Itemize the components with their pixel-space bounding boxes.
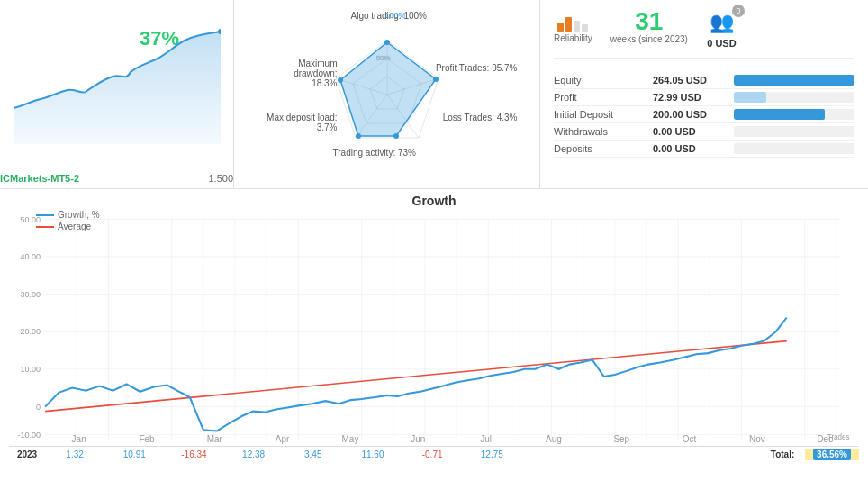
svg-line-83: [45, 341, 786, 412]
bottom-section: Growth Growth, % Average 50.00 40.00: [0, 189, 868, 490]
withdrawals-value: 0.00 USD: [653, 126, 734, 137]
growth-chart-svg: 50.00 40.00 30.00 20.00 10.00 0 -10.00: [9, 210, 859, 444]
withdrawals-row: Withdrawals 0.00 USD: [554, 123, 854, 141]
monthly-dec: [701, 449, 760, 460]
equity-bar-container: [734, 75, 854, 86]
monthly-apr: 12.38: [224, 449, 284, 460]
month-mar: Mar: [181, 434, 249, 444]
monthly-may: 3.45: [284, 449, 343, 460]
profit-bar-container: [734, 92, 854, 103]
users-icon: 👥: [710, 11, 734, 34]
total-label: Total:: [760, 449, 805, 460]
monthly-year: 2023: [9, 449, 45, 460]
leverage: 1:500: [208, 173, 233, 184]
initial-deposit-bar: [734, 109, 825, 120]
monthly-values-row: 2023 1.32 10.91 -16.34 12.38 3.45 11.60 …: [9, 446, 859, 460]
month-sep: Sep: [588, 434, 656, 444]
equity-row: Equity 264.05 USD: [554, 72, 854, 89]
reliability-header: Reliability 31 weeks (since 2023) 👥 0 0 …: [554, 9, 854, 59]
month-may: May: [316, 434, 384, 444]
broker-name: ICMarkets-MT5-2: [0, 173, 79, 184]
radar-chart: Algo trading: 100% 100% Profit Trades: 9…: [252, 9, 522, 180]
stats-panel: Reliability 31 weeks (since 2023) 👥 0 0 …: [540, 0, 868, 188]
rel-bar-4: [582, 24, 588, 32]
month-aug: Aug: [520, 434, 587, 444]
month-jun: Jun: [384, 434, 452, 444]
rel-bar-3: [574, 21, 580, 32]
weeks-label: weeks (since 2023): [610, 34, 688, 44]
stats-table: Equity 264.05 USD Profit 72.99 USD Initi…: [554, 72, 854, 158]
profit-row: Profit 72.99 USD: [554, 89, 854, 106]
monthly-jan: 1.32: [45, 449, 104, 460]
rel-bar-1: [557, 23, 564, 32]
svg-point-14: [356, 133, 361, 139]
month-apr: Apr: [249, 434, 316, 444]
growth-legend: Growth, %: [36, 210, 100, 220]
chart-legends: Growth, % Average: [36, 210, 100, 231]
deposits-bar-container: [734, 143, 854, 154]
users-usd: 0 USD: [707, 38, 736, 49]
users-block: 👥 0 0 USD: [706, 9, 737, 49]
growth-legend-dot: [36, 214, 54, 216]
initial-deposit-label: Initial Deposit: [554, 109, 653, 120]
monthly-oct: [582, 449, 641, 460]
svg-text:20.00: 20.00: [21, 327, 41, 336]
month-labels: Jan Feb Mar Apr May Jun Jul Aug Sep Oct …: [45, 434, 859, 444]
month-feb: Feb: [113, 434, 180, 444]
profit-value: 72.99 USD: [653, 92, 734, 103]
month-oct: Oct: [656, 434, 723, 444]
month-jan: Jan: [45, 434, 113, 444]
profit-label: Profit: [554, 92, 653, 103]
reliability-bars: [557, 9, 588, 32]
broker-info: ICMarkets-MT5-2 1:500: [0, 173, 233, 184]
month-dec: Dec: [791, 434, 859, 444]
equity-value: 264.05 USD: [653, 75, 734, 86]
svg-marker-10: [340, 42, 436, 136]
withdrawals-bar-container: [734, 126, 854, 137]
radar-panel: Algo trading: 100% 100% Profit Trades: 9…: [234, 0, 540, 188]
profit-bar: [734, 92, 766, 103]
weeks-number: 31: [635, 9, 663, 34]
growth-chart-area: Growth, % Average 50.00 40.00 30.00 20.0…: [9, 210, 859, 444]
initial-deposit-bar-container: [734, 109, 854, 120]
monthly-jul: -0.71: [402, 449, 462, 460]
monthly-nov: [641, 449, 701, 460]
svg-text:40.00: 40.00: [21, 252, 41, 261]
svg-text:0: 0: [36, 402, 41, 411]
svg-point-13: [393, 133, 399, 139]
deposits-label: Deposits: [554, 143, 653, 154]
svg-point-11: [384, 40, 390, 45]
average-legend-dot: [36, 226, 54, 228]
svg-point-15: [338, 77, 343, 83]
initial-deposit-value: 200.00 USD: [653, 109, 734, 120]
svg-text:10.00: 10.00: [21, 365, 41, 374]
reliability-block: Reliability: [554, 9, 592, 43]
equity-label: Equity: [554, 75, 653, 86]
ytd-badge: 36.56%: [813, 449, 851, 460]
withdrawals-label: Withdrawals: [554, 126, 653, 137]
monthly-feb: 10.91: [104, 449, 164, 460]
initial-deposit-row: Initial Deposit 200.00 USD: [554, 106, 854, 123]
total-value: 36.56%: [805, 449, 859, 460]
deposits-value: 0.00 USD: [653, 143, 734, 154]
mini-chart: [14, 27, 220, 144]
mini-chart-panel: 37% ICMarkets-MT5-2 1:500: [0, 0, 234, 188]
reliability-label: Reliability: [554, 33, 592, 43]
svg-text:30.00: 30.00: [21, 290, 41, 299]
monthly-jun: 11.60: [343, 449, 402, 460]
monthly-mar: -16.34: [164, 449, 223, 460]
weeks-block: 31 weeks (since 2023): [610, 9, 688, 44]
growth-legend-label: Growth, %: [58, 210, 100, 220]
month-jul: Jul: [452, 434, 520, 444]
month-nov: Nov: [723, 434, 791, 444]
users-badge: 0: [732, 5, 745, 17]
chart-title: Growth: [9, 194, 859, 208]
monthly-sep: [521, 449, 581, 460]
average-legend-label: Average: [58, 222, 91, 231]
svg-text:-10.00: -10.00: [18, 431, 41, 440]
monthly-aug: 12.75: [462, 449, 521, 460]
average-legend: Average: [36, 222, 100, 231]
equity-bar: [734, 75, 854, 86]
svg-point-12: [433, 77, 439, 82]
rel-bar-2: [565, 17, 572, 32]
